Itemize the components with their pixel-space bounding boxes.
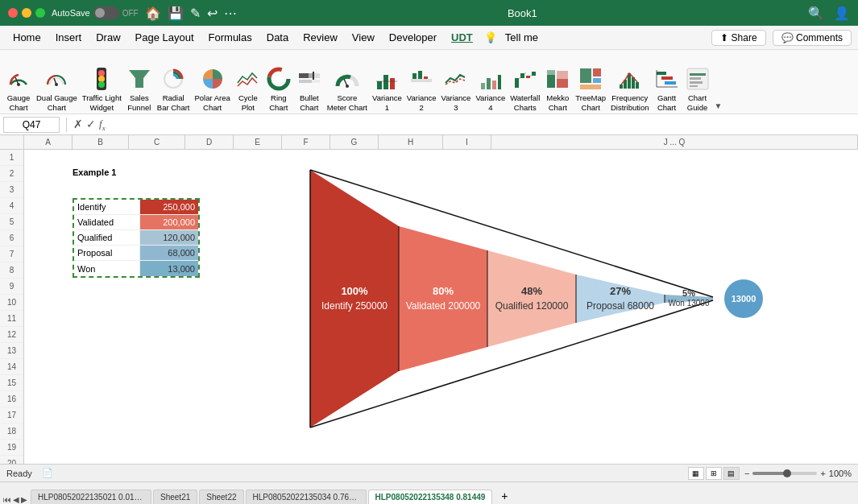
radial-bar-button[interactable]: RadialBar Chart	[155, 50, 193, 114]
polar-area-icon	[200, 66, 226, 92]
edit-icon[interactable]: ✎	[190, 6, 201, 21]
col-header-e[interactable]: E	[234, 135, 282, 149]
account-icon[interactable]: 👤	[834, 6, 850, 21]
page-layout-icon[interactable]: 📄	[42, 468, 53, 478]
insert-function-icon[interactable]: fx	[99, 118, 106, 132]
value-validated: 200,000	[140, 215, 198, 230]
cancel-formula-icon[interactable]: ✗	[73, 118, 83, 132]
comments-button[interactable]: 💬 Comments	[773, 30, 852, 46]
col-header-h[interactable]: H	[379, 135, 443, 149]
menu-developer[interactable]: Developer	[383, 29, 443, 46]
score-meter-label: ScoreMeter Chart	[327, 93, 367, 112]
treemap-button[interactable]: TreeMapChart	[573, 50, 608, 114]
variance4-button[interactable]: Variance4	[473, 50, 508, 114]
bullet-chart-button[interactable]: BulletChart	[294, 50, 325, 114]
svg-rect-53	[636, 82, 639, 89]
col-header-c[interactable]: C	[129, 135, 185, 149]
menu-right: ⬆ Share 💬 Comments	[711, 30, 852, 46]
zoom-slider[interactable]	[752, 472, 817, 475]
more-icon[interactable]: ⋯	[224, 6, 237, 21]
menu-formulas[interactable]: Formulas	[202, 29, 259, 46]
menu-draw[interactable]: Draw	[89, 29, 126, 46]
col-header-a[interactable]: A	[24, 135, 73, 149]
menu-view[interactable]: View	[346, 29, 381, 46]
corner-header	[0, 135, 24, 149]
label-pct-proposal: 27%	[610, 285, 631, 297]
formula-bar: ✗ ✓ fx	[0, 114, 858, 135]
nav-arrows: ⏮ ◀ ▶	[3, 495, 27, 504]
bubble-value: 13000	[732, 294, 756, 304]
undo-icon[interactable]: ↩	[207, 6, 218, 21]
tab-next-icon[interactable]: ▶	[21, 495, 27, 504]
polar-area-button[interactable]: Polar AreaChart	[192, 50, 232, 114]
tab-sheet21[interactable]: Sheet21	[153, 490, 197, 504]
dual-gauge-button[interactable]: Dual GaugeChart	[34, 50, 80, 114]
normal-view-button[interactable]: ▤	[723, 467, 740, 480]
col-header-f[interactable]: F	[282, 135, 330, 149]
chart-guide-button[interactable]: ChartGuide	[682, 50, 713, 114]
menu-udt[interactable]: UDT	[445, 29, 479, 46]
zoom-out-icon[interactable]: −	[744, 469, 749, 478]
gauge-chart-button[interactable]: GaugeChart	[3, 50, 34, 114]
cell-reference[interactable]	[3, 117, 60, 133]
zoom-in-icon[interactable]: +	[820, 469, 825, 478]
waterfall-icon	[512, 66, 538, 92]
frequency-button[interactable]: FrequencyDistribution	[608, 50, 652, 114]
col-header-d[interactable]: D	[185, 135, 234, 149]
variance3-button[interactable]: Variance3	[439, 50, 474, 114]
search-icon[interactable]: 🔍	[808, 6, 824, 21]
tab-first-icon[interactable]: ⏮	[3, 495, 11, 504]
col-header-rest[interactable]: J ... Q	[491, 135, 858, 149]
gantt-button[interactable]: GanttChart	[652, 50, 682, 114]
col-header-b[interactable]: B	[73, 135, 129, 149]
score-meter-button[interactable]: ScoreMeter Chart	[325, 50, 370, 114]
ribbon-expand[interactable]: ▼	[713, 50, 724, 114]
confirm-formula-icon[interactable]: ✓	[86, 118, 96, 132]
zoom-thumb[interactable]	[783, 469, 791, 477]
home-icon[interactable]: 🏠	[145, 6, 161, 21]
formula-input[interactable]	[109, 118, 855, 132]
menu-review[interactable]: Review	[296, 29, 344, 46]
close-button[interactable]	[8, 8, 18, 18]
autosave: AutoSave OFF	[52, 6, 139, 19]
col-header-i[interactable]: I	[443, 135, 491, 149]
variance2-button[interactable]: Variance2	[404, 50, 439, 114]
mekko-button[interactable]: MekkoChart	[542, 50, 573, 114]
tab-sheet22[interactable]: Sheet22	[199, 490, 243, 504]
variance1-button[interactable]: Variance1	[370, 50, 404, 114]
cells-area[interactable]: Example 1 Identify 250,000 Validated 200…	[24, 150, 858, 464]
svg-rect-54	[657, 72, 666, 75]
ring-chart-button[interactable]: RingChart	[263, 50, 294, 114]
minimize-button[interactable]	[22, 8, 31, 18]
tab-hlp3-active[interactable]: HLP08052022135348 0.81449	[368, 490, 493, 504]
svg-rect-41	[547, 75, 555, 88]
page-view-button[interactable]: ⊞	[706, 467, 722, 480]
tab-prev-icon[interactable]: ◀	[13, 495, 19, 504]
autosave-toggle[interactable]	[93, 6, 119, 19]
grid-area: 1 2 3 4 5 6 7 8 9 10 11 12 13 14 15 16 1…	[0, 150, 858, 464]
label-val-proposal: Proposal 68000	[587, 300, 654, 312]
maximize-button[interactable]	[35, 8, 45, 18]
tab-hlp1[interactable]: HLP08052022135021 0.01401764	[31, 490, 151, 504]
ribbon: GaugeChart Dual GaugeChart Traffic Light…	[0, 50, 858, 114]
share-button[interactable]: ⬆ Share	[711, 30, 765, 46]
traffic-light-button[interactable]: Traffic LightWidget	[80, 50, 124, 114]
menu-page-layout[interactable]: Page Layout	[129, 29, 201, 46]
row-num-16: 16	[0, 391, 23, 407]
bullet-chart-label: BulletChart	[300, 93, 319, 112]
menu-insert[interactable]: Insert	[49, 29, 89, 46]
row-num-20: 20	[0, 456, 23, 464]
menu-tell-me[interactable]: Tell me	[499, 29, 545, 46]
save-icon[interactable]: 💾	[168, 6, 184, 21]
add-sheet-button[interactable]: +	[495, 488, 513, 504]
tab-hlp2[interactable]: HLP08052022135034 0.7607236	[246, 490, 367, 504]
menu-data[interactable]: Data	[260, 29, 295, 46]
table-row: Qualified 120,000	[74, 230, 198, 246]
col-header-g[interactable]: G	[330, 135, 379, 149]
waterfall-button[interactable]: WaterfallCharts	[508, 50, 542, 114]
grid-view-button[interactable]: ▦	[688, 467, 704, 480]
menu-home[interactable]: Home	[6, 29, 48, 46]
gantt-label: GanttChart	[657, 93, 676, 112]
cycle-plot-button[interactable]: CyclePlot	[233, 50, 263, 114]
sales-funnel-button[interactable]: SalesFunnel	[124, 50, 155, 114]
